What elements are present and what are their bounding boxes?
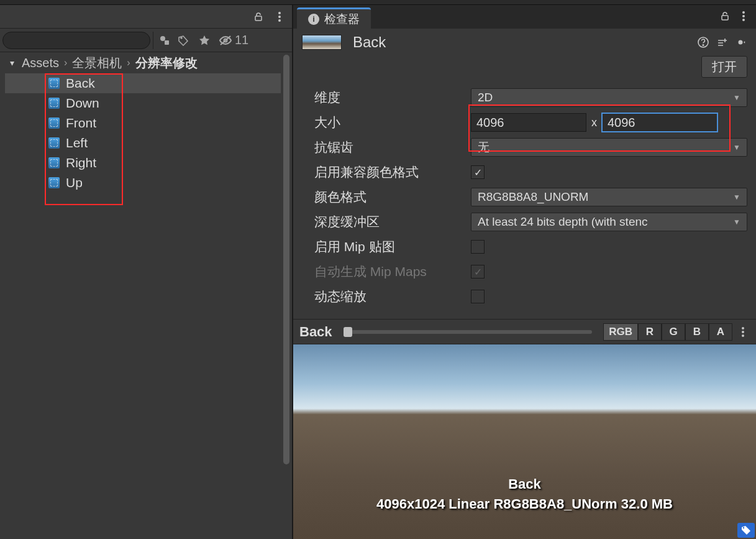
svg-rect-9 <box>722 16 728 20</box>
info-icon: i <box>308 14 319 25</box>
label-dimension: 维度 <box>302 89 471 106</box>
file-label: Back <box>66 76 95 91</box>
lock-icon[interactable] <box>248 8 268 25</box>
dynscale-checkbox[interactable] <box>471 290 485 303</box>
open-button[interactable]: 打开 <box>701 56 747 78</box>
file-list: BackDownFrontLeftRightUp <box>5 73 281 539</box>
lock-icon[interactable] <box>717 9 732 24</box>
render-texture-icon <box>48 117 60 129</box>
file-item-right[interactable]: Right <box>5 153 281 173</box>
search-input[interactable] <box>2 32 150 49</box>
asset-name: Back <box>353 34 685 51</box>
file-item-front[interactable]: Front <box>5 113 281 133</box>
label-mip: 启用 Mip 贴图 <box>302 238 471 256</box>
chevron-down-icon: ▼ <box>733 93 740 102</box>
breadcrumb: ▾ Assets › 全景相机 › 分辨率修改 <box>5 52 281 73</box>
label-dynscale: 动态缩放 <box>302 288 471 305</box>
help-icon[interactable] <box>696 35 710 49</box>
file-item-left[interactable]: Left <box>5 133 281 153</box>
file-label: Left <box>66 136 88 150</box>
project-search-row: 11 <box>0 29 292 52</box>
chevron-down-icon: ▼ <box>733 193 740 201</box>
search-by-label-icon[interactable] <box>174 32 193 49</box>
size-width-input[interactable] <box>471 113 586 132</box>
size-separator: x <box>591 116 597 129</box>
label-format: 颜色格式 <box>302 188 471 206</box>
file-item-back[interactable]: Back <box>5 73 281 93</box>
tag-icon[interactable] <box>737 523 755 538</box>
kebab-icon[interactable] <box>736 9 751 24</box>
depth-dropdown[interactable]: At least 24 bits depth (with stenc ▼ <box>471 213 747 231</box>
expand-chevron-icon[interactable]: ▾ <box>10 58 14 68</box>
caption-details: 4096x1024 Linear R8G8B8A8_UNorm 32.0 MB <box>293 494 756 514</box>
svg-point-18 <box>743 527 744 528</box>
favorite-star-icon[interactable] <box>195 32 214 49</box>
render-texture-icon <box>48 98 60 109</box>
inspector-panel: i 检查器 Back <box>293 5 756 539</box>
hidden-count-value: 11 <box>235 33 248 47</box>
size-height-input[interactable] <box>602 113 717 132</box>
svg-point-4 <box>160 36 165 41</box>
project-toolbar <box>0 5 292 29</box>
hidden-count: 11 <box>216 33 251 47</box>
aa-dropdown[interactable]: 无 ▼ <box>471 138 747 157</box>
file-item-up[interactable]: Up <box>5 173 281 193</box>
preview-mip-slider[interactable] <box>344 330 593 334</box>
label-size: 大小 <box>302 114 471 131</box>
svg-point-12 <box>742 19 745 21</box>
svg-point-1 <box>278 12 281 14</box>
chevron-down-icon: ▼ <box>733 218 740 226</box>
crumb-2[interactable]: 分辨率修改 <box>135 55 198 71</box>
mip-checkbox[interactable] <box>471 240 485 254</box>
svg-point-10 <box>742 11 745 14</box>
svg-rect-0 <box>255 16 262 21</box>
svg-point-16 <box>742 331 744 333</box>
render-texture-icon <box>48 177 60 188</box>
file-item-down[interactable]: Down <box>5 93 281 113</box>
crumb-1[interactable]: 全景相机 <box>72 55 122 71</box>
preview-kebab-icon[interactable] <box>736 323 750 341</box>
left-scrollbar[interactable] <box>281 52 292 539</box>
svg-point-3 <box>278 19 281 22</box>
svg-point-11 <box>742 15 745 17</box>
file-label: Right <box>66 155 96 170</box>
label-automip: 自动生成 Mip Maps <box>302 263 471 280</box>
format-dropdown[interactable]: R8G8B8A8_UNORM ▼ <box>471 188 747 206</box>
render-texture-icon <box>48 137 60 149</box>
svg-rect-5 <box>165 40 169 45</box>
svg-point-6 <box>181 37 182 39</box>
inspector-properties: 维度 2D ▼ 大小 x 抗锯齿 <box>293 83 756 311</box>
preview-image: Back 4096x1024 Linear R8G8B8A8_UNorm 32.… <box>293 344 756 539</box>
dimension-dropdown[interactable]: 2D ▼ <box>471 88 747 107</box>
texture-thumbnail <box>302 35 342 50</box>
gear-icon[interactable] <box>734 35 747 49</box>
label-aa: 抗锯齿 <box>302 139 471 156</box>
search-by-type-icon[interactable] <box>153 32 171 49</box>
preview-asset-name: Back <box>299 324 332 340</box>
preview-section: Back RGBRGBA Back 4096x1024 Linear R8G8B… <box>293 319 756 539</box>
caption-name: Back <box>293 474 756 494</box>
svg-point-15 <box>742 327 744 329</box>
channel-b[interactable]: B <box>685 323 709 341</box>
channel-r[interactable]: R <box>638 323 662 341</box>
svg-point-2 <box>278 16 281 18</box>
tab-label: 检查器 <box>324 11 360 27</box>
eye-off-icon[interactable] <box>219 35 232 46</box>
chevron-right-icon: › <box>64 57 67 68</box>
svg-point-14 <box>703 45 704 46</box>
automip-checkbox: ✓ <box>471 265 485 279</box>
compat-checkbox[interactable]: ✓ <box>471 165 485 179</box>
channel-a[interactable]: A <box>709 323 732 341</box>
render-texture-icon <box>48 157 60 168</box>
file-label: Front <box>66 116 96 131</box>
channel-g[interactable]: G <box>662 323 685 341</box>
file-label: Up <box>66 175 83 190</box>
crumb-assets[interactable]: Assets <box>22 56 59 70</box>
presets-icon[interactable] <box>715 35 729 49</box>
tab-inspector[interactable]: i 检查器 <box>297 7 371 29</box>
channel-rgb[interactable]: RGB <box>603 323 638 341</box>
kebab-icon[interactable] <box>270 8 289 25</box>
file-label: Down <box>66 96 99 111</box>
label-depth: 深度缓冲区 <box>302 213 471 231</box>
chevron-down-icon: ▼ <box>733 143 740 152</box>
